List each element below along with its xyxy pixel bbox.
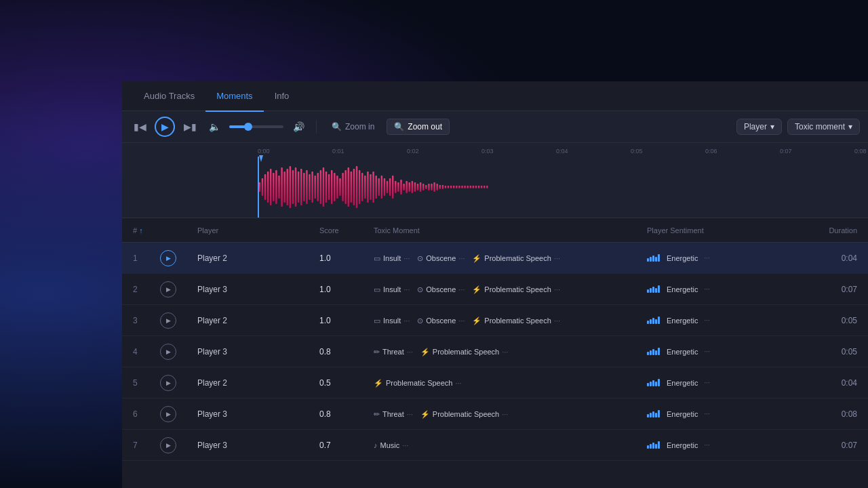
- row-score: 0.8: [319, 347, 374, 357]
- svg-rect-74: [464, 186, 465, 188]
- tag-speech: ⚡ Problematic Speech ···: [472, 285, 563, 294]
- bar-5: [658, 254, 660, 262]
- sentiment-dot: ···: [704, 410, 709, 418]
- zoom-in-button[interactable]: 🔍 Zoom in: [325, 119, 381, 134]
- svg-rect-66: [442, 185, 443, 189]
- svg-rect-59: [422, 184, 424, 190]
- speech-icon: ⚡: [472, 285, 481, 294]
- volume-max-button[interactable]: 🔊: [289, 117, 308, 136]
- svg-rect-4: [270, 169, 271, 205]
- svg-rect-17: [306, 170, 307, 204]
- svg-rect-67: [445, 186, 446, 188]
- tab-moments[interactable]: Moments: [205, 81, 263, 111]
- svg-rect-71: [456, 186, 457, 188]
- playhead: [258, 157, 259, 218]
- insult-icon: ▭: [374, 317, 380, 325]
- waveform[interactable]: [258, 157, 868, 218]
- svg-rect-34: [353, 169, 355, 205]
- svg-rect-46: [387, 181, 388, 193]
- svg-rect-12: [292, 170, 294, 204]
- bar-1: [647, 445, 649, 449]
- bar-3: [652, 349, 654, 355]
- table-row[interactable]: 3 ▶ Player 2 1.0 ▭ Insult ··· ⊙ Obscene …: [122, 305, 868, 336]
- divider: [316, 120, 317, 134]
- svg-rect-55: [412, 181, 413, 193]
- row-play-btn[interactable]: ▶: [160, 344, 197, 360]
- player-dropdown[interactable]: Player ▾: [736, 119, 782, 135]
- zoom-out-button[interactable]: 🔍 Zoom out: [387, 119, 450, 135]
- row-sentiment: Energetic ···: [647, 285, 796, 293]
- tag-dot: ···: [458, 285, 468, 293]
- tag-label: Threat: [382, 410, 404, 418]
- volume-slider[interactable]: [229, 125, 283, 128]
- search-icon-zoom: 🔍: [394, 122, 404, 131]
- svg-rect-28: [336, 176, 338, 199]
- tag-obscene: ⊙ Obscene ···: [417, 317, 468, 325]
- svg-rect-58: [420, 182, 421, 192]
- tag-threat: ✏ Threat ···: [374, 410, 416, 419]
- row-play-icon[interactable]: ▶: [160, 344, 176, 360]
- bar-2: [650, 257, 652, 262]
- svg-rect-23: [323, 167, 324, 207]
- row-duration: 0:07: [796, 285, 857, 294]
- svg-rect-20: [314, 176, 315, 199]
- tag-dot: ···: [403, 254, 413, 262]
- bar-5: [658, 441, 660, 449]
- row-play-btn[interactable]: ▶: [160, 250, 197, 266]
- toxic-moment-dropdown[interactable]: Toxic moment ▾: [787, 119, 860, 135]
- table-row[interactable]: 1 ▶ Player 2 1.0 ▭ Insult ··· ⊙ Obscene …: [122, 243, 868, 274]
- row-sentiment: Energetic ···: [647, 317, 796, 325]
- tag-label: Music: [380, 441, 400, 449]
- sort-icon: ↑: [139, 226, 143, 235]
- table-row[interactable]: 7 ▶ Player 3 0.7 ♪ Music ··· Energetic ·…: [122, 430, 868, 461]
- table-row[interactable]: 4 ▶ Player 3 0.8 ✏ Threat ··· ⚡ Problema…: [122, 336, 868, 367]
- row-play-btn[interactable]: ▶: [160, 437, 197, 453]
- svg-rect-39: [367, 171, 368, 203]
- row-play-icon[interactable]: ▶: [160, 406, 176, 422]
- row-play-icon[interactable]: ▶: [160, 375, 176, 391]
- bar-5: [658, 348, 660, 355]
- sentiment-bars: [647, 285, 660, 293]
- th-number[interactable]: # ↑: [133, 226, 160, 235]
- tag-label: Problematic Speech: [484, 285, 551, 293]
- table-row[interactable]: 5 ▶ Player 2 0.5 ⚡ Problematic Speech ··…: [122, 367, 868, 399]
- svg-rect-27: [334, 173, 335, 201]
- svg-rect-56: [414, 182, 416, 192]
- row-play-icon[interactable]: ▶: [160, 281, 176, 298]
- row-number: 7: [133, 441, 160, 450]
- skip-forward-button[interactable]: ▶▮: [180, 117, 199, 136]
- svg-rect-48: [392, 176, 393, 199]
- tag-music: ♪ Music ···: [374, 441, 412, 449]
- tag-dot: ···: [502, 348, 511, 356]
- row-duration: 0:04: [796, 253, 857, 263]
- svg-rect-54: [409, 182, 410, 192]
- row-play-icon[interactable]: ▶: [160, 250, 176, 266]
- svg-rect-21: [317, 173, 319, 201]
- svg-rect-69: [450, 186, 452, 188]
- tab-info[interactable]: Info: [264, 81, 300, 111]
- row-play-btn[interactable]: ▶: [160, 406, 197, 422]
- row-play-btn[interactable]: ▶: [160, 312, 197, 329]
- tag-dot: ···: [458, 254, 468, 262]
- bar-4: [655, 350, 657, 355]
- play-button[interactable]: ▶: [155, 117, 175, 137]
- speech-icon: ⚡: [374, 379, 383, 388]
- volume-button[interactable]: 🔈: [205, 117, 224, 136]
- row-play-btn[interactable]: ▶: [160, 375, 197, 391]
- th-player-sentiment: Player Sentiment: [647, 226, 796, 235]
- svg-rect-52: [403, 184, 404, 190]
- row-duration: 0:05: [796, 316, 857, 325]
- row-play-icon[interactable]: ▶: [160, 437, 176, 453]
- table-row[interactable]: 6 ▶ Player 3 0.8 ✏ Threat ··· ⚡ Problema…: [122, 399, 868, 430]
- sentiment-label: Energetic: [667, 441, 698, 449]
- tag-label: Insult: [383, 254, 401, 262]
- waveform-container[interactable]: 0:00 0:01 0:02 0:03 0:04 0:05 0:06 0:07 …: [122, 143, 868, 218]
- tab-audio-tracks[interactable]: Audio Tracks: [133, 81, 205, 111]
- table-row[interactable]: 2 ▶ Player 3 1.0 ▭ Insult ··· ⊙ Obscene …: [122, 274, 868, 305]
- svg-rect-60: [425, 185, 427, 189]
- skip-back-button[interactable]: ▮◀: [130, 117, 149, 136]
- row-play-icon[interactable]: ▶: [160, 312, 176, 329]
- sentiment-bars: [647, 317, 660, 324]
- row-play-btn[interactable]: ▶: [160, 281, 197, 298]
- row-duration: 0:05: [796, 347, 857, 357]
